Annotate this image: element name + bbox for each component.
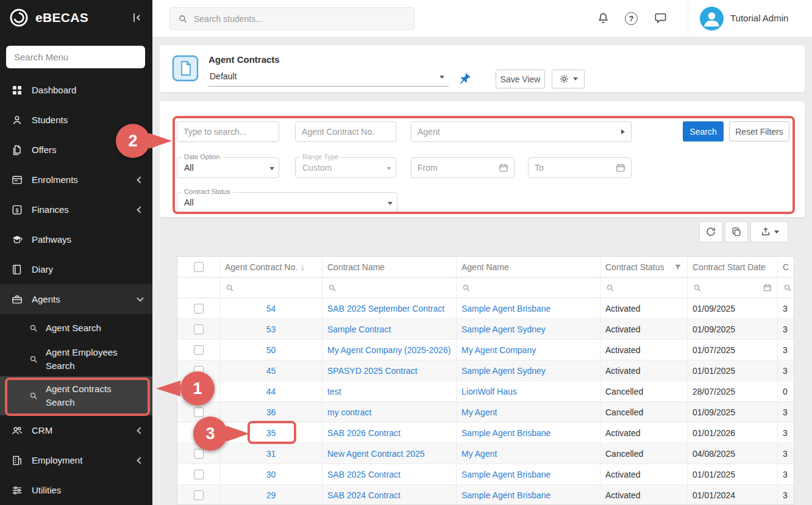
- sidebar-item-agents[interactable]: Agents: [0, 284, 152, 314]
- column-label: Agent Name: [461, 262, 509, 272]
- sidebar-item-enrolments[interactable]: Enrolments: [0, 165, 152, 195]
- chat-icon[interactable]: [654, 11, 668, 26]
- contract-name-link[interactable]: my contract: [327, 407, 371, 417]
- text-search-input[interactable]: [177, 121, 279, 142]
- contract-no-link[interactable]: 53: [266, 324, 276, 334]
- agent-name-link[interactable]: Sample Agent Brisbane: [461, 470, 550, 479]
- reset-filters-button[interactable]: Reset Filters: [729, 121, 789, 141]
- agent-name-link[interactable]: My Agent Company: [461, 345, 536, 355]
- pin-icon[interactable]: [458, 71, 472, 85]
- contract-name-link[interactable]: SAB 2025 Contract: [327, 470, 401, 479]
- agent-name-link[interactable]: My Agent: [461, 449, 497, 459]
- sidebar-item-diary[interactable]: Diary: [0, 254, 152, 284]
- export-button[interactable]: [750, 221, 788, 242]
- contract-name-link[interactable]: Sample Contract: [327, 324, 391, 334]
- sidebar-item-crm[interactable]: CRM: [0, 415, 152, 445]
- agent-select[interactable]: Agent: [411, 121, 632, 142]
- search-icon: [327, 283, 337, 293]
- filter-cell-contract-no[interactable]: [220, 278, 322, 298]
- agent-name-link[interactable]: Sample Agent Sydney: [461, 366, 546, 376]
- contract-no-link[interactable]: 29: [266, 490, 276, 500]
- sidebar-collapse-icon[interactable]: [129, 10, 144, 25]
- contract-name-link[interactable]: SAB 2024 Contract: [327, 490, 401, 500]
- row-checkbox[interactable]: [194, 304, 204, 313]
- refresh-button[interactable]: [699, 221, 722, 242]
- date-option-select[interactable]: Date Option All: [177, 157, 279, 178]
- search-icon: [225, 283, 235, 293]
- from-date-input[interactable]: [418, 163, 498, 173]
- sidebar-item-finances[interactable]: $ Finances: [0, 195, 152, 224]
- contract-no-input[interactable]: [295, 121, 396, 142]
- contract-start-date-cell: 01/09/2025: [688, 298, 778, 318]
- filter-cell-contract-start-date[interactable]: [688, 278, 778, 298]
- filter-cell-contract-status[interactable]: [600, 278, 688, 298]
- contract-name-link[interactable]: SAB 2025 September Contract: [327, 304, 444, 313]
- filter-cell-agent-name[interactable]: [457, 278, 600, 298]
- filters-panel: Agent Search Reset Filters Date Option A…: [160, 101, 805, 217]
- contract-name-link[interactable]: SPASYD 2025 Contract: [327, 366, 418, 376]
- contract-name-link[interactable]: test: [327, 387, 341, 396]
- column-header-agent-name[interactable]: Agent Name: [457, 257, 600, 277]
- sidebar-item-pathways[interactable]: Pathways: [0, 224, 152, 254]
- row-checkbox[interactable]: [194, 490, 204, 500]
- column-header-contract-end-truncated[interactable]: C: [778, 257, 794, 277]
- from-date-field[interactable]: [411, 157, 515, 178]
- contract-no-link[interactable]: 45: [266, 366, 276, 376]
- view-settings-button[interactable]: [552, 70, 585, 88]
- contract-no-link[interactable]: 50: [266, 345, 276, 355]
- column-header-contract-name[interactable]: Contract Name: [322, 257, 457, 277]
- contract-status-select[interactable]: Contract Status All: [177, 192, 397, 213]
- sidebar-item-dashboard[interactable]: Dashboard: [0, 75, 152, 105]
- row-checkbox[interactable]: [194, 345, 204, 355]
- contract-no-link[interactable]: 35: [266, 428, 276, 438]
- contract-no-link[interactable]: 44: [266, 387, 276, 396]
- row-checkbox[interactable]: [194, 470, 204, 479]
- notifications-bell-icon[interactable]: [596, 11, 611, 26]
- contract-name-link[interactable]: New Agent Contract 2025: [327, 449, 425, 459]
- agent-name-link[interactable]: LionWolf Haus: [461, 387, 517, 396]
- contract-no-link[interactable]: 54: [266, 304, 276, 313]
- student-search-input[interactable]: [194, 14, 407, 24]
- range-type-select[interactable]: Range Type Custom: [295, 157, 396, 178]
- row-checkbox[interactable]: [194, 324, 204, 334]
- contract-no-link[interactable]: 31: [266, 449, 276, 459]
- chevron-left-icon: [137, 427, 143, 434]
- contract-no-link[interactable]: 30: [266, 470, 276, 479]
- row-checkbox[interactable]: [194, 449, 204, 459]
- column-header-contract-no[interactable]: Agent Contract No. ↓: [220, 257, 322, 277]
- save-view-button[interactable]: Save View: [496, 70, 545, 88]
- copy-button[interactable]: [725, 221, 748, 242]
- menu-search-input[interactable]: [6, 46, 145, 68]
- sidebar-item-agent-contracts-search[interactable]: Agent Contracts Search: [0, 376, 152, 415]
- view-select[interactable]: Default: [208, 68, 449, 87]
- agent-name-link[interactable]: Sample Agent Brisbane: [461, 428, 550, 438]
- contract-name-cell: SAB 2024 Contract: [322, 485, 457, 505]
- user-avatar[interactable]: [700, 7, 724, 30]
- student-search[interactable]: [169, 7, 415, 30]
- agent-name-link[interactable]: Sample Agent Brisbane: [461, 490, 550, 500]
- sidebar-item-employment[interactable]: Employment: [0, 445, 152, 475]
- user-name[interactable]: Tutorial Admin: [730, 13, 788, 23]
- sidebar-item-utilities[interactable]: Utilities: [0, 475, 152, 505]
- column-header-contract-status[interactable]: Contract Status: [600, 257, 688, 277]
- sidebar-item-agent-search[interactable]: Agent Search: [0, 314, 152, 342]
- agent-name-link[interactable]: Sample Agent Brisbane: [461, 304, 550, 313]
- help-icon[interactable]: ?: [625, 12, 639, 27]
- sidebar-item-label: Agent Contracts Search: [46, 382, 143, 409]
- search-button[interactable]: Search: [683, 121, 724, 141]
- contract-no-link[interactable]: 36: [266, 407, 276, 417]
- agent-name-link[interactable]: My Agent: [461, 407, 497, 417]
- select-all-checkbox[interactable]: [194, 262, 204, 272]
- filter-cell-contract-end[interactable]: [778, 278, 794, 298]
- to-date-field[interactable]: [528, 157, 632, 178]
- filter-funnel-icon[interactable]: [674, 263, 682, 271]
- to-date-input[interactable]: [535, 163, 615, 173]
- row-checkbox[interactable]: [194, 407, 204, 417]
- filter-cell-contract-name[interactable]: [322, 278, 457, 298]
- contract-name-cell: SAB 2025 Contract: [322, 464, 457, 484]
- sidebar-item-agent-employees-search[interactable]: Agent Employees Search: [0, 342, 152, 376]
- contract-name-link[interactable]: SAB 2026 Contract: [327, 428, 401, 438]
- contract-name-link[interactable]: My Agent Company (2025-2026): [327, 345, 451, 355]
- agent-name-link[interactable]: Sample Agent Sydney: [461, 324, 546, 334]
- column-header-contract-start-date[interactable]: Contract Start Date: [688, 257, 778, 277]
